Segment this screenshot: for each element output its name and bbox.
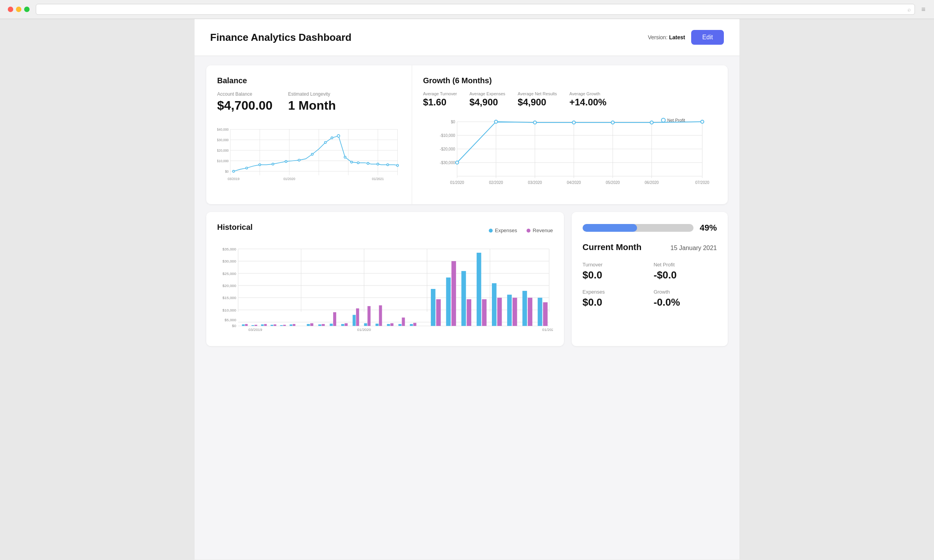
avg-expenses-value: $4,900	[469, 97, 505, 108]
expenses-label: Expenses	[583, 289, 646, 295]
page-title: Finance Analytics Dashboard	[210, 32, 351, 44]
svg-rect-135	[522, 291, 527, 326]
stats-card: 49% Current Month 15 January 2021 Turnov…	[572, 212, 728, 346]
svg-rect-99	[280, 325, 283, 326]
search-icon: ⌕	[908, 6, 911, 12]
avg-net-results-value: $4,900	[518, 97, 557, 108]
account-balance-label: Account Balance	[217, 91, 272, 97]
avg-expenses-label: Average Expenses	[469, 91, 505, 96]
svg-point-33	[397, 164, 399, 166]
svg-text:03/2019: 03/2019	[248, 327, 262, 332]
estimated-longevity-label: Estimated Longevity	[288, 91, 336, 97]
svg-text:06/2020: 06/2020	[644, 180, 659, 185]
legend-expenses: Expenses	[489, 228, 517, 233]
svg-text:03/2019: 03/2019	[228, 177, 240, 181]
svg-point-26	[337, 135, 340, 137]
current-month-row: Current Month 15 January 2021	[583, 242, 717, 252]
svg-text:01/2020: 01/2020	[450, 180, 464, 185]
progress-bar-bg	[583, 224, 693, 232]
traffic-light-red[interactable]	[8, 7, 13, 12]
svg-rect-117	[387, 324, 390, 326]
svg-text:$20,000: $20,000	[217, 149, 229, 152]
svg-rect-116	[379, 305, 382, 326]
growth-chart-svg: $0 -$10,000 -$20,000 -$30,000 Net Profit	[423, 114, 717, 192]
svg-rect-95	[261, 324, 264, 326]
svg-rect-98	[274, 324, 276, 326]
svg-rect-101	[290, 324, 292, 326]
svg-point-55	[455, 161, 458, 164]
address-bar[interactable]: ⌕	[36, 4, 915, 15]
chart-legend: Expenses Revenue	[489, 228, 553, 233]
svg-text:02/2020: 02/2020	[489, 180, 503, 185]
svg-rect-121	[410, 324, 413, 326]
svg-point-19	[259, 164, 261, 166]
svg-rect-128	[467, 299, 471, 326]
svg-point-61	[700, 120, 704, 123]
svg-point-28	[351, 161, 353, 163]
traffic-light-green[interactable]	[24, 7, 30, 12]
svg-rect-113	[364, 323, 367, 326]
svg-rect-137	[538, 298, 542, 326]
net-profit-stat: Net Profit -$0.0	[653, 262, 717, 281]
progress-bar-fill	[583, 224, 637, 232]
svg-rect-115	[376, 324, 379, 326]
svg-rect-134	[513, 298, 517, 326]
svg-rect-112	[356, 308, 359, 326]
svg-text:$0: $0	[225, 170, 229, 173]
bottom-row: Historical Expenses Revenue	[206, 212, 728, 346]
header-right: Version: Latest Edit	[648, 30, 724, 45]
growth-title: Growth (6 Months)	[423, 76, 717, 85]
avg-net-results-label: Average Net Results	[518, 91, 557, 96]
svg-point-58	[572, 121, 575, 124]
svg-rect-106	[322, 324, 325, 326]
svg-point-20	[272, 163, 274, 165]
svg-text:04/2020: 04/2020	[567, 180, 581, 185]
progress-container: 49%	[583, 223, 717, 233]
svg-text:$0: $0	[232, 324, 236, 328]
growth-stat: Growth -0.0%	[653, 289, 717, 308]
svg-point-32	[387, 164, 389, 166]
svg-text:$30,000: $30,000	[217, 138, 229, 142]
balance-metrics: Account Balance $4,700.00 Estimated Long…	[217, 91, 401, 113]
growth-value: -0.0%	[653, 296, 717, 308]
top-row-card: Balance Account Balance $4,700.00 Estima…	[206, 65, 728, 204]
svg-rect-102	[293, 324, 295, 326]
net-profit-label: Net Profit	[653, 262, 717, 268]
svg-point-24	[325, 142, 327, 144]
svg-text:01/2020: 01/2020	[357, 327, 371, 332]
avg-net-results-metric: Average Net Results $4,900	[518, 91, 557, 108]
svg-rect-132	[497, 298, 502, 326]
svg-text:05/2020: 05/2020	[606, 180, 620, 185]
version-label: Version: Latest	[648, 34, 685, 40]
dashboard-content: Balance Account Balance $4,700.00 Estima…	[195, 56, 739, 355]
growth-metrics: Average Turnover $1.60 Average Expenses …	[423, 91, 717, 108]
svg-rect-111	[353, 315, 356, 326]
avg-growth-label: Average Growth	[569, 91, 606, 96]
balance-chart: $40,000 $30,000 $20,000 $10,000 $0	[217, 121, 401, 192]
svg-rect-131	[492, 283, 497, 326]
svg-rect-126	[451, 261, 456, 326]
legend-revenue: Revenue	[527, 228, 553, 233]
legend-revenue-label: Revenue	[533, 228, 553, 233]
svg-rect-93	[251, 325, 254, 326]
svg-text:01/2021: 01/2021	[542, 327, 553, 332]
progress-percentage: 49%	[700, 223, 717, 233]
svg-text:$5,000: $5,000	[225, 318, 237, 322]
estimated-longevity-metric: Estimated Longevity 1 Month	[288, 91, 336, 113]
turnover-label: Turnover	[583, 262, 646, 268]
svg-point-21	[285, 161, 287, 163]
svg-text:01/2021: 01/2021	[372, 177, 384, 181]
menu-icon[interactable]: ≡	[921, 5, 926, 14]
growth-chart: $0 -$10,000 -$20,000 -$30,000 Net Profit	[423, 114, 717, 193]
svg-rect-123	[431, 289, 435, 326]
growth-section: Growth (6 Months) Average Turnover $1.60…	[412, 65, 728, 204]
avg-expenses-metric: Average Expenses $4,900	[469, 91, 505, 108]
historical-header: Historical Expenses Revenue	[217, 223, 553, 238]
traffic-light-yellow[interactable]	[16, 7, 21, 12]
svg-point-25	[331, 137, 333, 139]
svg-rect-114	[367, 306, 370, 326]
expenses-stat: Expenses $0.0	[583, 289, 646, 308]
historical-card: Historical Expenses Revenue	[206, 212, 564, 346]
edit-button[interactable]: Edit	[691, 30, 724, 45]
app-header: Finance Analytics Dashboard Version: Lat…	[195, 19, 739, 56]
